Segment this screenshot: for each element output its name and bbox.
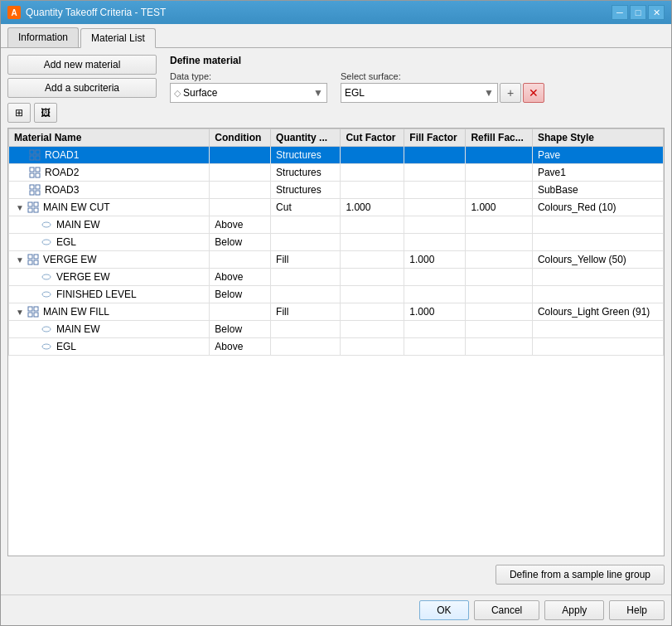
refill-fac-cell — [466, 147, 532, 164]
quantity-cell — [271, 286, 341, 303]
top-section: Add new material Add a subcriteria ⊞ 🖼 D… — [7, 55, 665, 123]
condition-cell — [210, 182, 271, 199]
tab-information[interactable]: Information — [7, 27, 79, 47]
ok-button[interactable]: OK — [419, 600, 469, 620]
dialog-buttons: OK Cancel Apply Help — [1, 594, 671, 625]
define-material-title: Define material — [170, 55, 665, 66]
select-surface-group: Select surface: EGL ▼ + ✕ — [341, 71, 544, 103]
svg-point-23 — [42, 292, 51, 297]
condition-cell: Below — [210, 234, 271, 251]
svg-rect-1 — [36, 150, 40, 154]
condition-cell — [210, 251, 271, 269]
grid-icon — [29, 184, 41, 196]
cut-factor-cell — [341, 164, 404, 182]
quantity-cell — [271, 234, 341, 251]
svg-rect-5 — [36, 167, 40, 172]
tree-expand-icon[interactable]: ▼ — [14, 201, 26, 213]
fill-factor-cell — [404, 199, 466, 216]
maximize-button[interactable]: □ — [630, 5, 646, 20]
app-icon: A — [7, 6, 21, 19]
image-button[interactable]: 🖼 — [34, 103, 57, 123]
svg-rect-27 — [34, 313, 38, 317]
apply-button[interactable]: Apply — [544, 600, 604, 620]
refill-fac-cell — [466, 251, 532, 269]
fill-factor-cell — [404, 338, 466, 356]
surface-dropdown-arrow-icon: ▼ — [484, 87, 494, 99]
shape-style-cell: Colours_Yellow (50) — [532, 251, 663, 269]
quantity-cell: Structures — [271, 164, 341, 182]
select-surface-select[interactable]: EGL ▼ — [341, 83, 498, 103]
tree-expand-icon[interactable]: ▼ — [14, 254, 26, 265]
help-button[interactable]: Help — [609, 600, 665, 620]
refill-fac-cell — [466, 321, 532, 338]
surface-shape-icon — [41, 341, 52, 352]
svg-rect-20 — [28, 260, 32, 264]
surface-shape-icon — [41, 289, 52, 300]
refill-fac-cell — [466, 234, 532, 251]
row-name: MAIN EW CUT — [43, 201, 110, 213]
expand-button[interactable]: ⊞ — [7, 103, 31, 123]
cancel-button[interactable]: Cancel — [474, 600, 539, 620]
shape-style-cell: Colours_Red (10) — [532, 199, 663, 216]
row-name: MAIN EW — [56, 323, 100, 335]
surface-shape-icon — [41, 236, 52, 248]
grid-icon — [27, 254, 39, 265]
table-row[interactable]: ▼MAIN EW CUTCut1.0001.000Colours_Red (10… — [9, 199, 664, 216]
delete-surface-button[interactable]: ✕ — [523, 83, 544, 103]
data-type-group: Data type: ◇ Surface ▼ — [170, 71, 327, 103]
svg-rect-11 — [36, 191, 40, 195]
cut-factor-cell — [341, 216, 404, 234]
table-row[interactable]: MAIN EWBelow — [9, 321, 664, 338]
shape-style-cell — [532, 286, 663, 303]
table-row[interactable]: ROAD3StructuresSubBase — [9, 182, 664, 199]
add-surface-button[interactable]: + — [500, 83, 521, 103]
table-row[interactable]: FINISHED LEVELBelow — [9, 286, 664, 303]
define-sample-button[interactable]: Define from a sample line group — [496, 565, 665, 585]
table-row[interactable]: ROAD1StructuresPave — [9, 147, 664, 164]
select-surface-label: Select surface: — [341, 71, 544, 81]
table-row[interactable]: ▼VERGE EWFill1.000Colours_Yellow (50) — [9, 251, 664, 269]
shape-style-cell — [532, 216, 663, 234]
add-subcriteria-button[interactable]: Add a subcriteria — [7, 78, 157, 98]
main-window: A Quantity Takeoff Criteria - TEST ─ □ ✕… — [0, 0, 672, 626]
close-button[interactable]: ✕ — [648, 5, 665, 20]
quantity-cell — [271, 216, 341, 234]
add-material-button[interactable]: Add new material — [7, 55, 157, 75]
surface-shape-icon — [41, 219, 52, 231]
minimize-button[interactable]: ─ — [612, 5, 628, 20]
condition-cell — [210, 199, 271, 216]
tab-material-list[interactable]: Material List — [80, 28, 156, 48]
condition-cell: Below — [210, 321, 271, 338]
shape-style-cell — [532, 269, 663, 286]
quantity-cell: Fill — [271, 303, 341, 321]
tab-bar: Information Material List — [1, 24, 671, 48]
quantity-cell — [271, 338, 341, 356]
condition-cell: Above — [210, 216, 271, 234]
table-row[interactable]: MAIN EWAbove — [9, 216, 664, 234]
table-row[interactable]: EGLAbove — [9, 338, 664, 356]
svg-rect-24 — [28, 307, 32, 311]
quantity-cell: Fill — [271, 251, 341, 269]
bottom-section: Define from a sample line group — [7, 561, 665, 588]
table-row[interactable]: ▼MAIN EW FILLFill1.000Colours_Light Gree… — [9, 303, 664, 321]
svg-point-22 — [42, 274, 51, 279]
fill-factor-cell — [404, 216, 466, 234]
table-row[interactable]: ROAD2StructuresPave1 — [9, 164, 664, 182]
data-type-select[interactable]: ◇ Surface ▼ — [170, 83, 327, 103]
main-content: Add new material Add a subcriteria ⊞ 🖼 D… — [1, 48, 671, 594]
cut-factor-cell — [341, 338, 404, 356]
svg-rect-13 — [34, 202, 38, 206]
row-name: FINISHED LEVEL — [56, 289, 137, 300]
material-table-section: Material Name Condition Quantity ... Cut… — [7, 128, 665, 556]
table-row[interactable]: VERGE EWAbove — [9, 269, 664, 286]
data-type-value: Surface — [183, 87, 217, 99]
svg-rect-15 — [34, 208, 38, 212]
quantity-cell — [271, 321, 341, 338]
table-row[interactable]: EGLBelow — [9, 234, 664, 251]
tree-expand-icon[interactable]: ▼ — [14, 306, 26, 318]
grid-icon — [29, 167, 41, 178]
condition-cell — [210, 303, 271, 321]
shape-style-cell — [532, 234, 663, 251]
row-name: ROAD1 — [45, 149, 79, 161]
shape-style-cell — [532, 338, 663, 356]
